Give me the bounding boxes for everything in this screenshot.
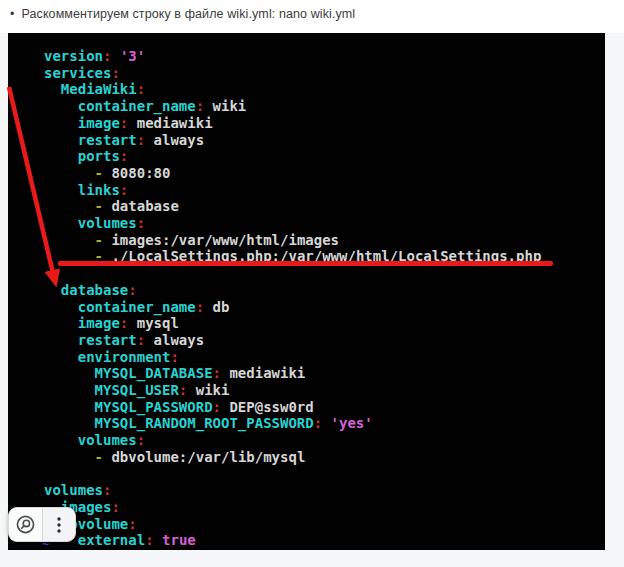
code-line: MYSQL_DATABASE: mediawiki	[44, 365, 541, 382]
more-options-button[interactable]	[43, 508, 76, 541]
code-line: environment:	[44, 349, 541, 366]
page-root: • Раскомментируем строку в файле wiki.ym…	[0, 0, 624, 567]
terminal-window: version: '3'services: MediaWiki: contain…	[8, 33, 605, 550]
code-line: images:	[44, 499, 541, 516]
code-line: MYSQL_USER: wiki	[44, 382, 541, 399]
code-line: version: '3'	[44, 48, 541, 65]
code-line: volumes:	[44, 432, 541, 449]
code-line: MYSQL_PASSWORD: DEP@ssw0rd	[44, 399, 541, 416]
code-line	[44, 265, 541, 282]
code-line: volumes:	[44, 215, 541, 232]
code-line: - 8080:80	[44, 165, 541, 182]
bullet-marker: •	[10, 7, 14, 21]
instruction-line: • Раскомментируем строку в файле wiki.ym…	[10, 7, 355, 21]
image-toolbar[interactable]	[8, 507, 76, 542]
code-line: - images:/var/www/html/images	[44, 232, 541, 249]
code-line: links:	[44, 182, 541, 199]
code-line: ports:	[44, 148, 541, 165]
code-line: MYSQL_RANDOM_ROOT_PASSWORD: 'yes'	[44, 415, 541, 432]
code-line: container_name: db	[44, 299, 541, 316]
code-line: database:	[44, 282, 541, 299]
kebab-menu-icon	[51, 516, 67, 534]
code-line: dbvolume:	[44, 516, 541, 533]
code-line: - dbvolume:/var/lib/mysql	[44, 449, 541, 466]
code-line	[44, 466, 541, 483]
terminal-code: version: '3'services: MediaWiki: contain…	[8, 48, 541, 549]
instruction-text: Раскомментируем строку в файле wiki.yml:…	[21, 7, 355, 21]
code-line: MediaWiki:	[44, 81, 541, 98]
code-line: restart: always	[44, 332, 541, 349]
image-search-button[interactable]	[9, 508, 42, 541]
red-underline	[58, 261, 553, 266]
code-line: - database	[44, 198, 541, 215]
content-region: version: '3'services: MediaWiki: contain…	[0, 33, 624, 567]
code-line: image: mysql	[44, 315, 541, 332]
code-line: restart: always	[44, 132, 541, 149]
code-line: volumes:	[44, 482, 541, 499]
code-line: services:	[44, 65, 541, 82]
code-line: image: mediawiki	[44, 115, 541, 132]
lens-search-icon	[15, 514, 36, 535]
code-line: external: true	[44, 532, 541, 549]
code-line: container_name: wiki	[44, 98, 541, 115]
